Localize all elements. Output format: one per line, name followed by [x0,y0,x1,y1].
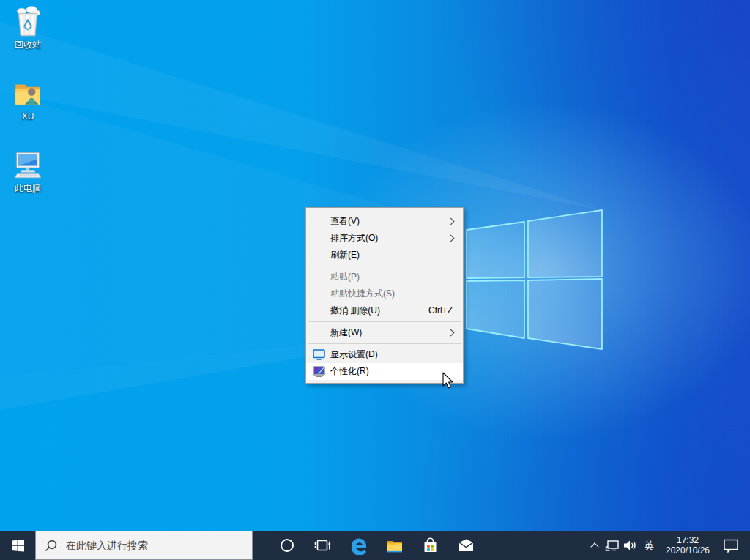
network-tray-button[interactable] [604,531,621,560]
taskbar-file-explorer-button[interactable] [376,531,412,560]
desktop-icon-recycle-bin[interactable]: 回收站 [0,4,56,50]
speaker-icon [623,538,637,553]
submenu-arrow-icon [448,218,455,225]
file-explorer-icon [385,537,404,555]
taskbar-store-button[interactable] [412,531,448,560]
input-language-indicator[interactable]: 英 [639,531,659,560]
taskbar-mail-button[interactable] [448,531,484,560]
desktop-icon-label: 此电脑 [0,183,56,193]
desktop-wallpaper: 回收站 XU 此电脑 查看(V) [0,0,750,531]
taskbar-search-box[interactable] [35,531,253,560]
edge-icon [349,536,368,555]
user-folder-icon [11,76,45,110]
recycle-bin-icon [11,4,45,38]
menu-item-new[interactable]: 新建(W) [306,324,463,341]
system-tray: 英 17:32 2020/10/26 [586,531,750,560]
hidden-icons-button[interactable] [586,531,604,560]
taskbar-app-icons [269,531,484,560]
this-pc-icon [11,148,45,182]
task-view-icon [314,537,332,554]
start-button[interactable] [0,531,35,560]
menu-item-view[interactable]: 查看(V) [306,213,463,230]
menu-shortcut: Ctrl+Z [428,302,453,319]
network-icon [605,538,620,553]
desktop-icon-user-folder[interactable]: XU [0,76,56,122]
microsoft-store-icon [421,537,439,555]
personalization-icon [313,366,325,377]
menu-item-personalize[interactable]: 个性化(R) [306,363,463,380]
clock-time: 17:32 [666,535,710,545]
taskbar-clock[interactable]: 17:32 2020/10/26 [659,531,716,560]
action-center-button[interactable] [716,531,746,560]
menu-separator [308,266,461,266]
taskbar-edge-button[interactable] [341,531,376,560]
taskbar-task-view-button[interactable] [305,531,341,560]
cortana-icon [279,537,295,553]
desktop-icon-label: XU [0,111,56,122]
desktop-icon-this-pc[interactable]: 此电脑 [0,148,56,193]
chevron-up-icon [590,542,598,550]
menu-item-sort-by[interactable]: 排序方式(O) [306,230,463,247]
desktop-icon-label: 回收站 [0,40,56,50]
mail-icon [457,537,475,555]
display-settings-icon [313,349,325,360]
action-center-icon [723,537,739,553]
search-input[interactable] [64,539,252,552]
menu-separator [308,321,461,322]
submenu-arrow-icon [448,235,455,242]
menu-separator [308,343,461,344]
menu-item-refresh[interactable]: 刷新(E) [306,247,463,264]
taskbar-cortana-button[interactable] [269,531,305,560]
show-desktop-button[interactable] [746,531,750,560]
windows-start-icon [12,540,24,552]
menu-item-display-settings[interactable]: 显示设置(D) [306,346,463,363]
clock-date: 2020/10/26 [666,545,710,556]
menu-item-paste-shortcut: 粘贴快捷方式(S) [306,285,463,302]
desktop-context-menu: 查看(V) 排序方式(O) 刷新(E) 粘贴(P) 粘贴快捷方式(S) 撤消 删… [305,207,464,384]
menu-item-paste: 粘贴(P) [306,269,463,285]
search-icon [45,540,57,552]
taskbar: 英 17:32 2020/10/26 [0,531,750,560]
volume-tray-button[interactable] [621,531,639,560]
menu-item-undo-delete[interactable]: 撤消 删除(U) Ctrl+Z [306,302,463,319]
submenu-arrow-icon [448,329,455,337]
